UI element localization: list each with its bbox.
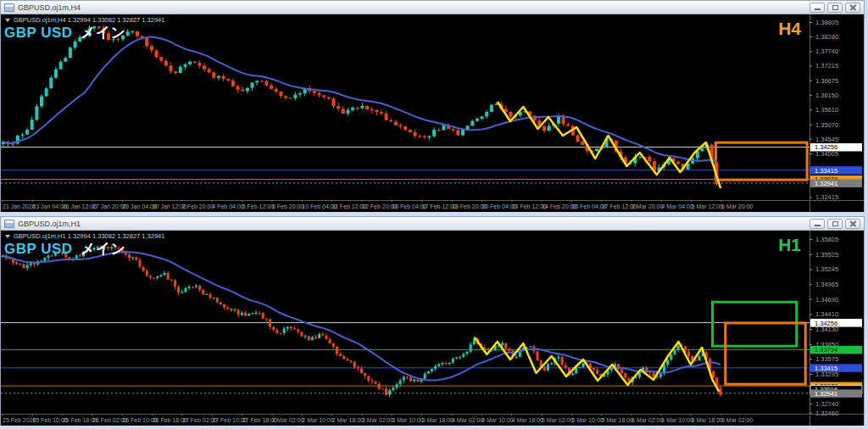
price-axis-tick: 1.38805 [815, 19, 838, 26]
time-axis-label: 4 Feb 04:00 [212, 203, 243, 209]
candles [2, 25, 719, 186]
price-chart-canvas[interactable]: 1.358051.355251.352451.349651.346901.344… [1, 231, 864, 426]
time-axis-label: 5 Feb 12:00 [242, 203, 274, 209]
window-controls [810, 219, 860, 229]
price-label-text: 1.34256 [815, 143, 837, 151]
time-axis-label: 4 Mar 10:00 [481, 417, 513, 423]
price-axis-tick: 1.35525 [815, 251, 838, 259]
close-icon [849, 3, 857, 11]
time-axis-label: 2 Mar 18:00 [332, 417, 364, 423]
candles [2, 245, 722, 398]
time-axis-label: 6 Feb 20:00 [272, 203, 303, 209]
window-titlebar[interactable]: GBPUSD.oj1m,H1 [1, 217, 864, 231]
chart-window-icon [4, 3, 14, 12]
moving-average-line [3, 252, 721, 381]
time-axis-label: 4 Mar 04:00 [661, 203, 693, 209]
moving-average-line [3, 37, 717, 161]
window-title: GBPUSD.oj1m,H1 [18, 220, 81, 228]
price-axis-tick: 1.36675 [815, 77, 838, 85]
price-axis-tick: 1.35070 [815, 121, 838, 129]
price-axis-tick: 1.34965 [815, 281, 838, 288]
drawn-rectangle[interactable] [715, 142, 807, 180]
restore-icon [832, 221, 838, 226]
window-title: GBPUSD.oj1m,H4 [18, 3, 81, 12]
window-titlebar[interactable]: GBPUSD.oj1m,H4 [1, 1, 864, 14]
mt4-workspace: GBPUSD.oj1m,H4 GBPUSD.oj1m,H4 1.32994 1.… [0, 0, 868, 429]
price-axis-tick: 1.34690 [815, 296, 838, 304]
minimize-icon [815, 225, 821, 226]
price-chart-canvas[interactable]: 1.388051.382801.377401.372151.366751.361… [1, 14, 864, 212]
time-axis-label: 6 Mar 02:00 [632, 417, 663, 423]
restore-button[interactable] [827, 219, 843, 229]
time-axis-label: 6 Mar 20:00 [721, 203, 753, 209]
price-label-text: 1.32941 [815, 180, 837, 187]
time-axis-label: 3 Mar 02:00 [362, 417, 393, 423]
price-axis-tick: 1.36150 [815, 92, 838, 99]
time-axis-label: 4 Mar 18:00 [512, 417, 543, 423]
restore-icon [832, 5, 838, 10]
time-axis-label: 5 Mar 18:00 [602, 417, 633, 423]
pair-suffix: メイン [81, 25, 126, 41]
price-label-text: 1.33415 [815, 167, 837, 175]
time-axis-label: 5 Mar 02:00 [542, 417, 573, 423]
time-axis-label: 2 Mar 20:00 [632, 203, 663, 209]
drawn-rectangle[interactable] [726, 323, 805, 384]
time-axis-label: 21 Jan 2026 [3, 203, 36, 209]
minimize-button[interactable] [810, 3, 825, 13]
price-axis-tick: 1.35610 [815, 106, 838, 114]
price-label-text: 1.34256 [815, 320, 837, 327]
price-axis-tick: 1.34410 [815, 310, 838, 318]
close-button[interactable] [845, 3, 860, 13]
price-axis-tick: 1.34545 [815, 136, 838, 143]
time-axis-label: 25 Feb 2026 [3, 417, 36, 423]
price-axis-tick: 1.37740 [815, 47, 838, 55]
pair-watermark: GBP USDメイン [4, 239, 125, 259]
restore-button[interactable] [827, 3, 843, 13]
chevron-down-icon[interactable] [5, 19, 10, 22]
timeframe-badge: H4 [778, 19, 801, 39]
time-axis-label: 6 Mar 10:00 [661, 417, 693, 423]
chart-area: GBPUSD.oj1m,H1 1.32994 1.33082 1.32827 1… [1, 231, 864, 426]
window-controls [810, 3, 860, 13]
chart-window-icon [4, 220, 14, 228]
pair-suffix: メイン [81, 241, 126, 257]
price-axis-tick: 1.32415 [815, 193, 838, 201]
timeframe-badge: H1 [778, 235, 801, 255]
price-axis-tick: 1.38280 [815, 33, 838, 41]
pair-watermark: GBP USDメイン [4, 23, 125, 42]
price-axis-tick: 1.35245 [815, 265, 838, 273]
pair-name: GBP USD [4, 25, 73, 41]
pair-name: GBP USD [4, 241, 73, 257]
time-axis-label: 4 Mar 02:00 [452, 417, 483, 423]
close-button[interactable] [845, 219, 860, 229]
price-label-text: 1.32941 [815, 390, 837, 398]
time-axis-label: 2 Feb 20:00 [182, 203, 214, 209]
price-label-text: 1.33415 [815, 365, 837, 372]
close-icon [849, 220, 857, 227]
chart-window-h4: GBPUSD.oj1m,H4 GBPUSD.oj1m,H4 1.32994 1.… [0, 0, 865, 212]
price-axis-tick: 1.32740 [815, 400, 838, 408]
minimize-button[interactable] [810, 219, 825, 229]
price-label-text: 1.33754 [815, 346, 837, 354]
time-axis-label: 5 Mar 10:00 [571, 417, 603, 423]
price-axis-tick: 1.33575 [815, 355, 838, 363]
chevron-down-icon[interactable] [5, 235, 10, 238]
minimize-icon [815, 8, 821, 10]
chart-area: GBPUSD.oj1m,H4 1.32994 1.33082 1.32827 1… [1, 14, 864, 212]
time-axis-label: 2 Mar 02:00 [272, 417, 303, 423]
chart-window-h1: GBPUSD.oj1m,H1 GBPUSD.oj1m,H1 1.32994 1.… [0, 216, 865, 426]
time-axis-label: 3 Mar 10:00 [392, 417, 423, 423]
time-axis-label: 5 Mar 12:00 [692, 203, 723, 209]
time-axis-label: 3 Mar 18:00 [422, 417, 453, 423]
time-axis-label: 6 Mar 18:00 [692, 417, 723, 423]
time-axis-label: 2 Mar 10:00 [302, 417, 333, 423]
price-axis-tick: 1.37215 [815, 62, 838, 70]
price-axis-tick: 1.32460 [815, 410, 838, 417]
time-axis-label: 9 Mar 02:00 [721, 417, 753, 423]
price-axis-tick: 1.35805 [815, 236, 838, 243]
